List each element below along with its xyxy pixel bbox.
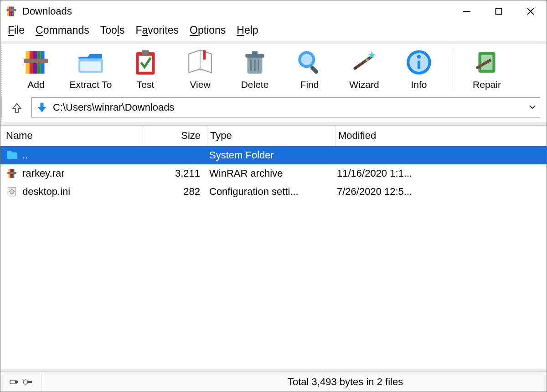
toolbar-add[interactable]: Add	[9, 47, 63, 92]
svg-rect-6	[496, 9, 502, 15]
toolbar-extract[interactable]: Extract To	[63, 47, 118, 92]
ini-icon	[6, 186, 18, 198]
minimize-button[interactable]	[451, 0, 483, 22]
toolbar-repair-label: Repair	[473, 79, 501, 90]
titlebar[interactable]: Downloads	[0, 0, 547, 22]
toolbar: Add Extract To Test View Delete	[0, 41, 547, 125]
address-combobox[interactable]	[31, 97, 540, 117]
toolbar-wizard-label: Wizard	[349, 79, 379, 90]
toolbar-view[interactable]: View	[173, 47, 227, 92]
toolbar-repair[interactable]: Repair	[459, 47, 514, 92]
svg-point-29	[301, 54, 312, 65]
address-input[interactable]	[53, 102, 529, 113]
wand-icon	[349, 47, 379, 77]
toolbar-info-label: Info	[411, 79, 427, 90]
svg-rect-42	[7, 151, 12, 153]
svg-rect-14	[24, 59, 48, 63]
clipboard-check-icon	[130, 47, 160, 77]
cell-size: 3,211	[143, 168, 206, 179]
cell-size: 282	[143, 186, 206, 198]
up-button[interactable]	[9, 99, 25, 116]
toolbar-info[interactable]: Info	[392, 47, 446, 92]
cell-name: rarkey.rar	[22, 168, 143, 179]
file-list[interactable]: .. System Folder rarkey.rar 3,211 WinRAR…	[0, 146, 547, 372]
col-header-name[interactable]: Name	[6, 130, 143, 142]
svg-point-52	[23, 380, 28, 384]
cell-type: Configuration setti...	[206, 186, 334, 198]
status-text: Total 3,493 bytes in 2 files	[41, 376, 403, 388]
svg-rect-30	[310, 65, 319, 74]
cell-name: ..	[22, 149, 143, 161]
cell-type: System Folder	[206, 149, 334, 161]
books-icon	[21, 47, 51, 77]
table-row[interactable]: rarkey.rar 3,211 WinRAR archive 11/16/20…	[0, 164, 547, 183]
cell-type: WinRAR archive	[206, 168, 334, 179]
folder-up-icon	[6, 149, 18, 161]
close-button[interactable]	[515, 0, 547, 22]
svg-rect-23	[245, 54, 264, 57]
rar-icon	[6, 168, 18, 179]
toolbar-find-label: Find	[300, 79, 319, 90]
folder-open-icon	[76, 47, 106, 77]
column-headers[interactable]: Name Size Type Modified	[0, 125, 547, 146]
menu-options[interactable]: Options	[190, 24, 226, 36]
book-open-icon	[185, 47, 215, 77]
toolbar-separator	[453, 50, 453, 89]
toolbar-extract-label: Extract To	[70, 79, 112, 90]
info-icon	[404, 47, 434, 77]
magnifier-icon	[294, 47, 325, 77]
svg-rect-4	[7, 9, 16, 11]
location-arrow-icon	[36, 101, 48, 114]
repair-icon	[472, 47, 502, 77]
svg-point-37	[417, 55, 421, 59]
toolbar-delete-label: Delete	[241, 79, 269, 90]
svg-rect-24	[252, 51, 258, 54]
menu-favorites[interactable]: Favorites	[135, 24, 179, 36]
svg-rect-53	[27, 381, 32, 383]
svg-rect-19	[142, 50, 150, 55]
menu-help[interactable]: Help	[237, 24, 258, 36]
menu-file[interactable]: File	[8, 24, 25, 36]
menubar: File Commands Tools Favorites Options He…	[0, 22, 547, 41]
maximize-button[interactable]	[483, 0, 515, 22]
col-header-modified[interactable]: Modified	[335, 130, 547, 142]
app-icon	[5, 5, 18, 18]
address-bar-row	[0, 95, 547, 125]
toolbar-view-label: View	[190, 79, 210, 90]
status-lock-indicator[interactable]	[0, 372, 41, 392]
chevron-down-icon[interactable]	[529, 102, 536, 113]
trash-icon	[240, 47, 270, 77]
svg-rect-16	[80, 61, 101, 71]
cell-name: desktop.ini	[22, 186, 143, 198]
toolbar-delete[interactable]: Delete	[227, 47, 282, 92]
toolbar-wizard[interactable]: Wizard	[337, 47, 392, 92]
svg-rect-36	[418, 61, 420, 69]
menu-commands[interactable]: Commands	[36, 24, 89, 36]
table-row[interactable]: .. System Folder	[0, 146, 547, 164]
svg-rect-47	[7, 172, 16, 174]
cell-modified: 11/16/2020 1:1...	[334, 168, 547, 179]
col-header-size[interactable]: Size	[143, 130, 207, 142]
svg-rect-21	[203, 50, 206, 60]
col-header-type[interactable]: Type	[207, 130, 335, 142]
toolbar-test[interactable]: Test	[118, 47, 173, 92]
cell-modified: 7/26/2020 12:5...	[334, 186, 547, 198]
svg-rect-51	[15, 381, 18, 383]
window-title: Downloads	[22, 5, 72, 17]
window-controls	[451, 0, 547, 22]
toolbar-test-label: Test	[137, 79, 155, 90]
toolbar-add-label: Add	[27, 79, 44, 90]
table-row[interactable]: desktop.ini 282 Configuration setti... 7…	[0, 183, 547, 201]
toolbar-find[interactable]: Find	[282, 47, 337, 92]
svg-rect-41	[7, 153, 17, 159]
menu-tools[interactable]: Tools	[100, 24, 125, 36]
status-bar: Total 3,493 bytes in 2 files	[0, 372, 547, 392]
